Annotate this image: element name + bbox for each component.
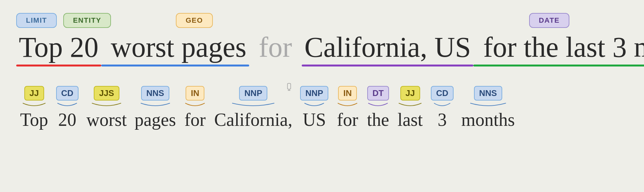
- word-for: for: [249, 32, 302, 63]
- entity-label: ENTITY: [63, 13, 111, 28]
- pos-group-california: NNP California,: [214, 86, 292, 131]
- pos-group-last: JJ last: [397, 86, 423, 131]
- bottom-word-the: the: [367, 109, 389, 131]
- pos-sentence: JJ Top CD 20 JJS worst: [16, 86, 628, 131]
- underline-top20: [16, 65, 101, 66]
- pos-group-for: IN for: [184, 86, 206, 131]
- pos-tag-cd-3: CD: [431, 86, 454, 101]
- arc-worst: [86, 102, 127, 108]
- pos-tag-jjs-worst: JJS: [94, 86, 119, 101]
- pos-group-months: NNS months: [461, 86, 515, 131]
- arc-for2: [336, 102, 359, 108]
- arc-the: [367, 102, 389, 108]
- underline-geo: [302, 65, 473, 66]
- bottom-word-3: 3: [438, 109, 447, 131]
- bottom-word-us: US: [303, 109, 326, 131]
- pos-tag-cd-20: CD: [56, 86, 79, 101]
- pos-group-3: CD 3: [431, 86, 454, 131]
- pos-tag-dt-the: DT: [367, 86, 389, 101]
- bottom-word-pages: pages: [135, 109, 176, 131]
- pos-tag-jj-last: JJ: [400, 86, 420, 101]
- word-group-worst-pages: worst pages: [101, 32, 249, 66]
- top-section: LIMIT ENTITY GEO DATE Top 20: [16, 13, 628, 66]
- pos-tag-in-for2: IN: [338, 86, 357, 101]
- geo-label: GEO: [176, 13, 213, 28]
- arc-for: [184, 102, 206, 108]
- bottom-word-worst: worst: [86, 109, 127, 131]
- pos-group-the: DT the: [367, 86, 389, 131]
- arc-pages: [135, 102, 176, 108]
- pos-tag-nns-pages: NNS: [141, 86, 169, 101]
- pos-group-for2: IN for: [336, 86, 359, 131]
- pos-tag-in-for: IN: [186, 86, 204, 101]
- bottom-section: JJ Top CD 20 JJS worst: [16, 86, 628, 131]
- bottom-word-months: months: [461, 109, 515, 131]
- word-group-top20: Top 20: [16, 32, 101, 66]
- arc-3: [431, 102, 454, 108]
- pos-group-pages: NNS pages: [135, 86, 176, 131]
- page-container: LIMIT ENTITY GEO DATE Top 20: [0, 0, 644, 192]
- bottom-word-for2: for: [337, 109, 358, 131]
- word-top20: Top 20: [16, 32, 101, 63]
- underline-worst-pages: [101, 65, 249, 66]
- word-date: for the last 3 months: [473, 32, 644, 63]
- bottom-word-california: California,: [214, 109, 292, 131]
- sentence-row: Top 20 worst pages for California, US fo: [16, 32, 628, 66]
- arc-top: [20, 102, 48, 108]
- pos-group-20: CD 20: [56, 86, 79, 131]
- date-label: DATE: [529, 13, 569, 28]
- bottom-word-for: for: [185, 109, 206, 131]
- punct-icon: [286, 83, 292, 92]
- pos-tag-nnp-us: NNP: [300, 86, 328, 101]
- bottom-word-last: last: [397, 109, 423, 131]
- word-group-date: for the last 3 months: [473, 32, 644, 66]
- pos-tag-nnp-california: NNP: [239, 86, 267, 101]
- arc-us: [300, 102, 328, 108]
- word-group-for: for: [249, 32, 302, 66]
- underline-date: [473, 65, 644, 66]
- bottom-word-top: Top: [20, 109, 48, 131]
- bottom-word-20: 20: [58, 109, 76, 131]
- word-geo: California, US: [302, 32, 473, 63]
- arc-california: [214, 102, 292, 108]
- word-group-geo: California, US: [302, 32, 473, 66]
- pos-group-us: NNP US: [300, 86, 328, 131]
- pos-tag-jj-top: JJ: [24, 86, 44, 101]
- pos-tag-nns-months: NNS: [474, 86, 502, 101]
- arc-last: [397, 102, 423, 108]
- word-worst-pages: worst pages: [101, 32, 249, 63]
- svg-rect-0: [287, 83, 291, 89]
- pos-group-worst: JJS worst: [86, 86, 127, 131]
- arc-20: [56, 102, 79, 108]
- arc-months: [461, 102, 515, 108]
- pos-group-top: JJ Top: [20, 86, 48, 131]
- limit-label: LIMIT: [16, 13, 57, 28]
